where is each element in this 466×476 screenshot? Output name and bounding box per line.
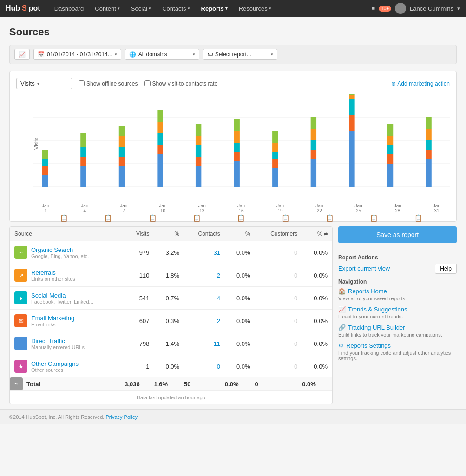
nav-items: Dashboard Content ▾ Social ▾ Contacts ▾ … <box>50 0 372 17</box>
nav-item-dashboard[interactable]: Dashboard <box>50 0 89 17</box>
visit-rate-checkbox[interactable] <box>144 80 151 86</box>
activity-icon: 📈 <box>19 51 26 58</box>
nav-item-0: 🏠 Reports Home View all of your saved re… <box>338 288 457 301</box>
customers-1: 0 <box>255 264 302 287</box>
activity-button[interactable]: 📈 <box>14 49 30 60</box>
navigation-section: Navigation 🏠 Reports Home View all of yo… <box>338 278 457 361</box>
nav-menu-icon[interactable]: ≡ <box>372 5 375 12</box>
svg-rect-34 <box>234 152 240 161</box>
customers-2: 0 <box>255 287 302 310</box>
contacts-pct-0: 0.0% <box>225 241 255 264</box>
save-report-button[interactable]: Save as report <box>338 226 457 243</box>
x-label-jan19: Jan19 <box>271 203 289 213</box>
total-customers: 0 <box>255 377 302 390</box>
nav-badge: 10+ <box>379 6 391 12</box>
source-name-0[interactable]: Organic Search <box>31 246 89 253</box>
calendar-icon-22[interactable]: 📋 <box>326 214 334 222</box>
sidebar-nav-link-2[interactable]: 🔗 Tracking URL Builder <box>338 324 457 331</box>
calendar-icon: 📅 <box>38 51 45 58</box>
contacts-0[interactable]: 31 <box>184 241 225 264</box>
table-footer: Data last updated an hour ago <box>10 390 332 404</box>
column-settings-icon[interactable]: ⇄ <box>324 231 328 237</box>
navigation: HubSpot Dashboard Content ▾ Social ▾ Con… <box>0 0 466 17</box>
total-visits-pct: 1.6% <box>154 377 184 390</box>
source-name-5[interactable]: Other Campaigns <box>31 360 79 367</box>
source-name-2[interactable]: Social Media <box>31 292 93 299</box>
visit-rate-label[interactable]: Show visit-to-contacts rate <box>144 80 218 87</box>
svg-rect-53 <box>387 164 393 187</box>
page: Sources 📈 📅 01/01/2014 - 01/31/2014... ▾… <box>0 17 466 404</box>
contacts-3[interactable]: 2 <box>184 310 225 332</box>
source-name-1[interactable]: Referrals <box>31 269 75 276</box>
svg-rect-50 <box>349 99 354 115</box>
source-name-4[interactable]: Direct Traffic <box>31 337 85 344</box>
calendar-icon-13[interactable]: 📋 <box>237 214 245 222</box>
sidebar-nav-link-3[interactable]: ⚙ Reports Settings <box>338 342 457 349</box>
nav-item-resources[interactable]: Resources ▾ <box>234 0 276 17</box>
contacts-pct-1: 0.0% <box>225 264 255 287</box>
svg-rect-21 <box>119 136 125 147</box>
source-cell-5: ★ Other Campaigns Other sources <box>10 355 125 378</box>
source-sub-1: Links on other sites <box>31 276 75 282</box>
contacts-2[interactable]: 4 <box>184 287 225 310</box>
customers-3: 0 <box>255 310 302 332</box>
sidebar-nav-link-1[interactable]: 📈 Trends & Suggestions <box>338 306 457 313</box>
nav-item-content[interactable]: Content ▾ <box>90 0 125 17</box>
source-sub-4: Manually entered URLs <box>31 344 85 350</box>
report-label: Select report... <box>215 51 269 58</box>
help-button[interactable]: Help <box>435 264 457 274</box>
domain-select[interactable]: 🌐 All domains ▾ <box>125 49 199 60</box>
source-icon-2: ♦ <box>14 291 27 304</box>
table-row: → Direct Traffic Manually entered URLs 7… <box>10 332 332 355</box>
metric-caret: ▾ <box>37 81 39 86</box>
contacts-1[interactable]: 2 <box>184 264 225 287</box>
report-select[interactable]: 🏷 Select report... ▾ <box>203 49 277 60</box>
contacts-5[interactable]: 0 <box>184 355 225 378</box>
svg-rect-56 <box>387 136 393 145</box>
contacts-4[interactable]: 11 <box>184 332 225 355</box>
export-link[interactable]: Export current view <box>338 265 390 272</box>
offline-sources-label[interactable]: Show offline sources <box>79 80 138 87</box>
nav-user[interactable]: Lance Cummins <box>410 5 453 12</box>
footer: ©2014 HubSpot, Inc. All Rights Reserved.… <box>0 409 466 424</box>
metric-select[interactable]: Visits ▾ <box>16 78 72 89</box>
source-name-3[interactable]: Email Marketing <box>31 315 74 322</box>
chart-wrapper: Visits 0 100 200 300 400 <box>16 94 450 215</box>
privacy-link[interactable]: Privacy Policy <box>105 414 137 420</box>
date-range-select[interactable]: 📅 01/01/2014 - 01/31/2014... ▾ <box>33 49 121 60</box>
svg-rect-22 <box>119 126 125 136</box>
calendar-icon-1[interactable]: 📋 <box>60 214 68 222</box>
calendar-icon-28[interactable]: 📋 <box>414 214 422 222</box>
domain-label: All domains <box>138 51 190 58</box>
nav-icon-0: 🏠 <box>338 288 346 295</box>
bottom-layout: Source Visits % Contacts % Customers % ⇄… <box>9 226 457 404</box>
nav-item-contacts[interactable]: Contacts ▾ <box>158 0 194 17</box>
logo[interactable]: HubSpot <box>6 4 40 13</box>
avatar[interactable] <box>395 3 406 14</box>
nav-item-social[interactable]: Social ▾ <box>126 0 156 17</box>
source-icon-3: ✉ <box>14 314 27 327</box>
nav-icon-1: 📈 <box>338 306 346 313</box>
calendar-icon-10[interactable]: 📋 <box>193 214 201 222</box>
visits-pct-1: 1.8% <box>154 264 184 287</box>
calendar-icon-16[interactable]: 📋 <box>282 214 289 222</box>
customers-5: 0 <box>255 355 302 378</box>
sources-table: Source Visits % Contacts % Customers % ⇄… <box>10 227 332 390</box>
svg-rect-26 <box>157 122 163 133</box>
visits-pct-0: 3.2% <box>154 241 184 264</box>
nav-item-reports[interactable]: Reports ▾ <box>197 0 232 17</box>
x-label-jan16: Jan16 <box>232 203 250 213</box>
offline-sources-checkbox[interactable] <box>79 80 85 86</box>
svg-rect-31 <box>196 136 201 145</box>
svg-rect-29 <box>196 157 201 166</box>
total-customers-pct: 0.0% <box>302 377 332 390</box>
svg-rect-11 <box>42 166 48 175</box>
user-caret: ▾ <box>457 5 460 12</box>
calendar-icon-7[interactable]: 📋 <box>149 214 157 222</box>
x-label-jan22: Jan22 <box>310 203 328 213</box>
calendar-icon-25[interactable]: 📋 <box>370 214 378 222</box>
calendar-icon-4[interactable]: 📋 <box>104 214 112 222</box>
add-marketing-action[interactable]: ⊕ Add marketing action <box>391 80 450 87</box>
sidebar-nav-link-0[interactable]: 🏠 Reports Home <box>338 288 457 295</box>
svg-rect-58 <box>426 159 431 187</box>
